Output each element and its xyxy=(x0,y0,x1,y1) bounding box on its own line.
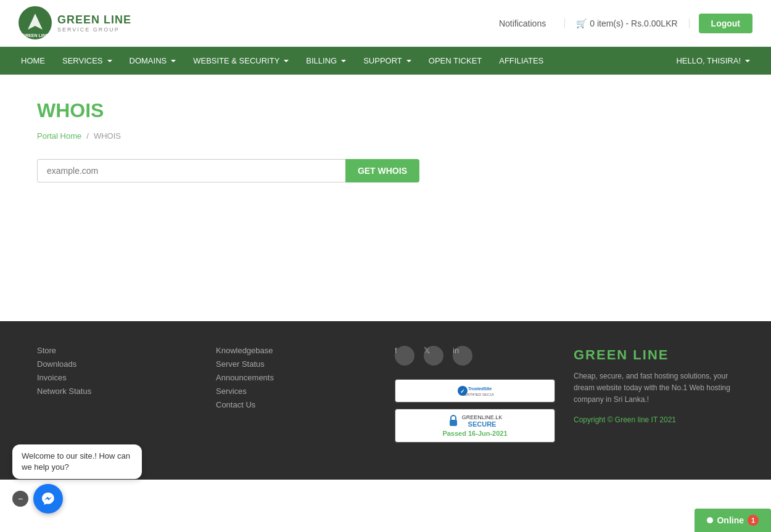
footer-brand-desc: Cheap, secure, and fast hosting solution… xyxy=(574,370,734,406)
breadcrumb-current: WHOIS xyxy=(94,131,121,141)
chat-widget: Welcome to our site.! How can we help yo… xyxy=(12,444,142,480)
notifications-button[interactable]: Notifications xyxy=(499,18,555,28)
chevron-down-icon xyxy=(745,60,750,62)
notifications-label: Notifications xyxy=(499,18,546,28)
nav-open-ticket[interactable]: OPEN TICKET xyxy=(420,49,490,73)
cart-icon: 🛒 xyxy=(576,18,587,28)
chevron-down-icon xyxy=(550,22,555,25)
nav-affiliates[interactable]: AFFILIATES xyxy=(490,49,552,73)
nav-billing[interactable]: BILLING xyxy=(297,49,355,73)
whois-input[interactable] xyxy=(37,159,345,182)
footer-grid: Store Downloads Invoices Network Status … xyxy=(37,346,734,449)
sitelock-passed-label: Passed xyxy=(442,430,466,437)
footer-col-3: f 𝕏 in ✓ TrustedSite CERTIFIED SECURE xyxy=(395,346,555,449)
footer-link-knowledgebase[interactable]: Knowledgebase xyxy=(216,346,376,355)
twitter-icon[interactable]: 𝕏 xyxy=(424,346,443,366)
get-whois-button[interactable]: GET WHOIS xyxy=(345,159,419,182)
user-label: HELLO, THISIRA! xyxy=(676,56,741,65)
page-title: WHOIS xyxy=(37,99,734,122)
nav-website-security[interactable]: WEBSITE & SECURITY xyxy=(184,49,297,73)
chevron-down-icon xyxy=(107,60,112,62)
logo-icon: GREEN LINE xyxy=(19,6,52,40)
footer-brand-logo: GREEN LINE xyxy=(574,346,734,363)
footer-brand-col: GREEN LINE Cheap, secure, and fast hosti… xyxy=(574,346,734,449)
logo-text: GREEN LINE SERVICE GROUP xyxy=(57,14,131,33)
social-links: f 𝕏 in xyxy=(395,346,555,370)
whois-form: GET WHOIS xyxy=(37,159,419,182)
chevron-down-icon xyxy=(406,60,411,62)
chat-bubble-text: Welcome to our site.! How can we help yo… xyxy=(22,451,130,472)
sitelock-date: 16-Jun-2021 xyxy=(468,430,508,437)
svg-text:CERTIFIED SECURE: CERTIFIED SECURE xyxy=(462,393,493,396)
footer-link-store[interactable]: Store xyxy=(37,346,197,355)
facebook-icon[interactable]: f xyxy=(395,346,414,366)
lock-icon xyxy=(448,414,459,428)
svg-text:GREEN LINE: GREEN LINE xyxy=(22,33,49,38)
cart-label: 0 item(s) - Rs.0.00LKR xyxy=(590,18,677,28)
sitelock-secure-label: SECURE xyxy=(462,420,503,428)
chevron-down-icon xyxy=(341,60,346,62)
sitelock-badge: GREENLINE.LK SECURE Passed 16-Jun-2021 xyxy=(395,409,555,443)
footer-link-services[interactable]: Services xyxy=(216,387,376,396)
breadcrumb-home[interactable]: Portal Home xyxy=(37,131,81,141)
header-right: Notifications 🛒 0 item(s) - Rs.0.00LKR L… xyxy=(499,14,752,33)
trusted-site-logo: ✓ TrustedSite CERTIFIED SECURE xyxy=(456,385,493,397)
linkedin-icon[interactable]: in xyxy=(453,346,472,366)
trusted-badge: ✓ TrustedSite CERTIFIED SECURE xyxy=(395,379,555,403)
svg-text:TrustedSite: TrustedSite xyxy=(468,387,492,391)
breadcrumb: Portal Home / WHOIS xyxy=(37,131,734,141)
chevron-down-icon xyxy=(284,60,289,62)
header: GREEN LINE GREEN LINE SERVICE GROUP Noti… xyxy=(0,0,771,47)
nav-support[interactable]: SUPPORT xyxy=(355,49,420,73)
footer-col-2: Knowledgebase Server Status Announcement… xyxy=(216,346,376,449)
nav-user[interactable]: HELLO, THISIRA! xyxy=(667,49,759,73)
chevron-down-icon xyxy=(171,60,176,62)
cart-button[interactable]: 🛒 0 item(s) - Rs.0.00LKR xyxy=(564,18,689,28)
logout-button[interactable]: Logout xyxy=(699,14,752,33)
footer-copyright: Copyright © Green line IT 2021 xyxy=(574,415,734,424)
footer-link-downloads[interactable]: Downloads xyxy=(37,359,197,369)
footer-link-contact-us[interactable]: Contact Us xyxy=(216,400,376,409)
footer-link-invoices[interactable]: Invoices xyxy=(37,373,197,382)
chat-bubble: Welcome to our site.! How can we help yo… xyxy=(12,444,142,479)
footer-col-1: Store Downloads Invoices Network Status xyxy=(37,346,197,449)
svg-rect-7 xyxy=(450,420,457,426)
nav-services[interactable]: SERVICES xyxy=(54,49,121,73)
footer-link-announcements[interactable]: Announcements xyxy=(216,373,376,382)
breadcrumb-separator: / xyxy=(86,131,89,141)
footer-link-server-status[interactable]: Server Status xyxy=(216,359,376,369)
nav-domains[interactable]: DOMAINS xyxy=(121,49,185,73)
nav-home[interactable]: HOME xyxy=(12,49,54,73)
logo-area: GREEN LINE GREEN LINE SERVICE GROUP xyxy=(19,6,131,40)
navbar: HOME SERVICES DOMAINS WEBSITE & SECURITY… xyxy=(0,47,771,75)
main-content: WHOIS Portal Home / WHOIS GET WHOIS xyxy=(0,75,771,321)
footer-link-network-status[interactable]: Network Status xyxy=(37,387,197,396)
